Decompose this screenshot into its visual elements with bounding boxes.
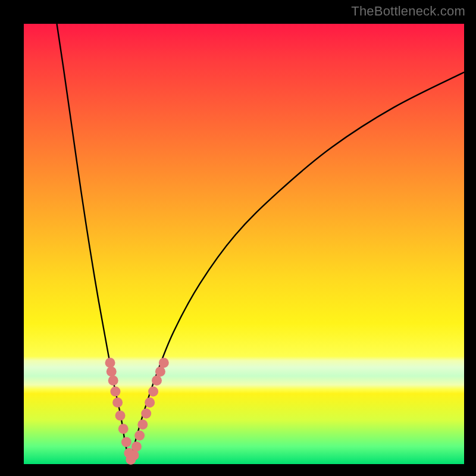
chart-frame: TheBottleneck.com [0,0,476,476]
data-marker [148,386,158,396]
plot-area [24,24,464,464]
data-marker [134,430,145,440]
bottleneck-curve-left [57,24,130,462]
data-marker [129,450,139,461]
chart-svg [24,24,464,464]
data-marker [152,375,162,386]
data-marker [105,358,115,368]
data-marker [112,397,123,408]
watermark-text: TheBottleneck.com [351,4,465,19]
data-marker [131,441,142,452]
data-marker [155,367,165,377]
bottleneck-curve-right [130,72,464,462]
data-marker [137,419,148,430]
data-marker [115,411,126,421]
data-marker [118,424,129,434]
data-marker [108,375,118,386]
data-marker [159,358,169,368]
data-marker [141,408,151,418]
curve-group [57,24,465,462]
markers-group [105,358,169,465]
data-marker [107,367,117,377]
data-marker [145,397,155,408]
data-marker [121,437,131,447]
data-marker [110,386,120,396]
